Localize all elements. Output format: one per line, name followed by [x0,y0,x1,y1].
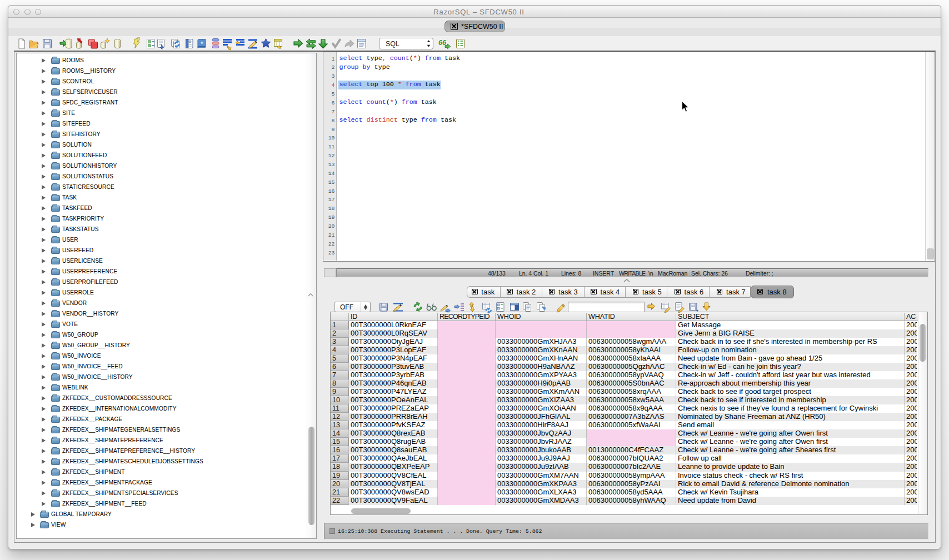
svg-text:SQL: SQL [386,40,399,48]
